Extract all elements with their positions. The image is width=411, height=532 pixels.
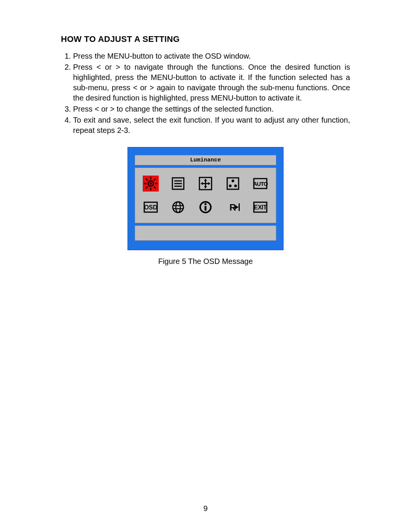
svg-marker-37 — [235, 205, 239, 209]
step-item: Press < or > to navigate through the fun… — [73, 62, 350, 103]
image-setup-icon[interactable] — [170, 176, 186, 192]
page-number: 9 — [0, 504, 411, 513]
svg-point-24 — [234, 185, 237, 187]
osd-body: AUTO OSD — [135, 168, 276, 223]
position-icon[interactable] — [198, 176, 213, 192]
osd-window: Luminance — [127, 147, 284, 250]
color-temp-icon[interactable] — [225, 176, 241, 192]
steps-list: Press the MENU-button to activate the OS… — [61, 51, 350, 136]
reset-icon[interactable]: R — [225, 199, 241, 215]
section-heading: HOW TO ADJUST A SETTING — [61, 34, 350, 44]
language-icon[interactable] — [170, 199, 186, 215]
step-item: Press < or > to change the settings of t… — [73, 104, 350, 114]
osd-icon-row-2: OSD — [140, 199, 271, 215]
osd-setup-icon[interactable]: OSD — [143, 199, 159, 215]
svg-point-23 — [229, 185, 232, 187]
svg-rect-38 — [239, 203, 240, 211]
step-item: Press the MENU-button to activate the OS… — [73, 51, 350, 61]
auto-icon[interactable]: AUTO — [252, 176, 268, 192]
svg-point-22 — [232, 180, 234, 182]
svg-text:EXIT: EXIT — [254, 204, 267, 211]
step-item: To exit and save, select the exit functi… — [73, 115, 350, 136]
svg-line-7 — [154, 187, 156, 189]
svg-line-9 — [146, 187, 148, 189]
osd-icon-row-1: AUTO — [140, 176, 271, 192]
information-icon[interactable] — [198, 199, 213, 215]
luminance-icon[interactable] — [143, 176, 159, 192]
svg-text:OSD: OSD — [144, 204, 158, 211]
figure-caption: Figure 5 The OSD Message — [61, 257, 350, 266]
osd-title: Luminance — [135, 155, 276, 165]
svg-point-1 — [150, 182, 152, 185]
osd-footer-bar — [135, 225, 276, 241]
exit-icon[interactable]: EXIT — [252, 199, 268, 215]
svg-point-35 — [204, 203, 207, 205]
svg-point-29 — [173, 202, 183, 212]
svg-point-30 — [176, 202, 180, 212]
svg-line-6 — [146, 179, 148, 181]
svg-text:AUTO: AUTO — [253, 181, 268, 187]
svg-rect-34 — [205, 206, 207, 211]
svg-line-8 — [154, 179, 156, 181]
